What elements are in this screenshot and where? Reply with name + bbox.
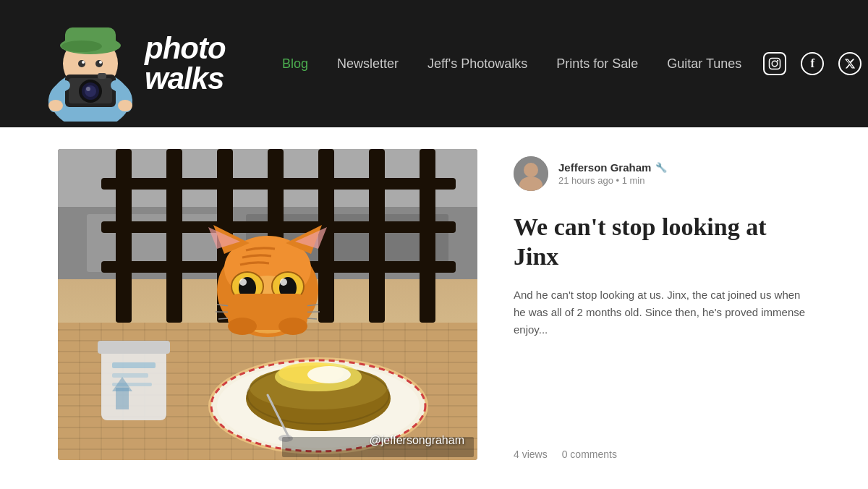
svg-point-20	[777, 60, 778, 61]
twitter-icon[interactable]	[838, 52, 861, 75]
logo-area[interactable]: photo walks	[29, 6, 246, 122]
svg-point-14	[86, 87, 90, 91]
svg-point-7	[82, 61, 85, 64]
post-stats: 4 views 0 comments	[514, 448, 810, 460]
svg-point-8	[99, 61, 102, 64]
svg-point-113	[524, 163, 538, 177]
blog-post-card: @jeffersongraham Jefferson Graham 🔧	[0, 127, 868, 482]
post-excerpt: And he can't stop looking at us. Jinx, t…	[514, 286, 810, 339]
author-name: Jefferson Graham	[558, 161, 651, 174]
svg-point-98	[239, 278, 247, 286]
svg-point-17	[118, 100, 132, 111]
svg-rect-18	[770, 59, 780, 69]
svg-point-13	[85, 85, 96, 97]
svg-point-109	[228, 318, 257, 335]
image-watermark: @jeffersongraham	[369, 434, 464, 447]
author-name-row: Jefferson Graham 🔧	[558, 161, 667, 174]
social-icons: f	[763, 52, 861, 75]
svg-rect-69	[112, 373, 148, 378]
svg-rect-30	[369, 149, 385, 323]
post-meta: 21 hours ago • 1 min	[558, 175, 667, 186]
svg-rect-15	[98, 73, 106, 79]
main-content: @jeffersongraham Jefferson Graham 🔧	[0, 127, 868, 489]
logo-text: photo walks	[145, 33, 226, 94]
svg-rect-25	[116, 149, 132, 323]
svg-point-99	[280, 278, 287, 286]
svg-rect-32	[101, 178, 456, 190]
site-header: photo walks Blog Newsletter Jeff's Photo…	[0, 0, 868, 127]
post-views: 4 views	[514, 448, 548, 460]
nav-blog[interactable]: Blog	[282, 56, 308, 72]
post-image-container[interactable]: @jeffersongraham	[58, 149, 477, 460]
main-nav: Blog Newsletter Jeff's Photowalks Prints…	[282, 56, 741, 72]
author-avatar	[514, 156, 548, 191]
svg-rect-31	[420, 149, 435, 323]
svg-point-19	[773, 61, 778, 67]
instagram-icon[interactable]	[763, 52, 786, 75]
logo-illustration	[29, 6, 152, 122]
svg-rect-67	[98, 341, 170, 354]
post-comments: 0 comments	[562, 448, 617, 460]
svg-point-5	[78, 60, 85, 67]
post-image: @jeffersongraham	[58, 149, 477, 460]
svg-rect-68	[112, 362, 156, 368]
nav-prints[interactable]: Prints for Sale	[556, 56, 638, 72]
nav-guitar[interactable]: Guitar Tunes	[667, 56, 741, 72]
admin-badge: 🔧	[655, 162, 667, 174]
post-content: Jefferson Graham 🔧 21 hours ago • 1 min …	[477, 149, 810, 460]
svg-point-4	[61, 41, 102, 52]
post-title[interactable]: We can't stop looking at Jinx	[514, 213, 810, 272]
svg-point-6	[95, 60, 103, 67]
author-row: Jefferson Graham 🔧 21 hours ago • 1 min	[514, 156, 810, 191]
svg-point-82	[307, 366, 351, 383]
svg-rect-33	[101, 221, 456, 233]
nav-photowalks[interactable]: Jeff's Photowalks	[427, 56, 527, 72]
svg-rect-26	[166, 149, 182, 323]
svg-point-110	[278, 318, 307, 335]
author-info: Jefferson Graham 🔧 21 hours ago • 1 min	[558, 161, 667, 186]
svg-point-16	[48, 100, 63, 111]
nav-newsletter[interactable]: Newsletter	[337, 56, 399, 72]
facebook-icon[interactable]: f	[801, 52, 824, 75]
